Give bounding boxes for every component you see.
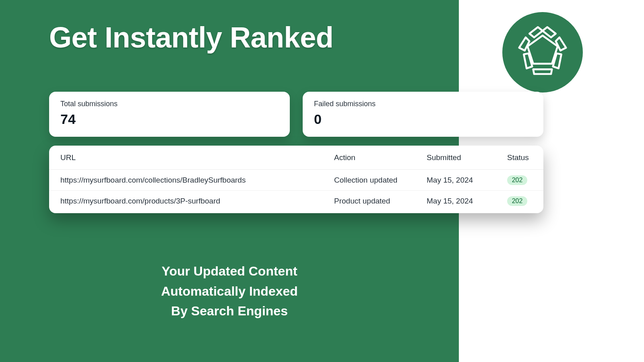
metric-card-failed: Failed submissions 0 (303, 92, 543, 137)
metrics-row: Total submissions 74 Failed submissions … (49, 92, 543, 137)
submissions-table: URL Action Submitted Status https://mysu… (49, 146, 543, 213)
metric-value: 0 (314, 111, 532, 127)
status-badge: 202 (507, 196, 527, 206)
metric-card-total: Total submissions 74 (49, 92, 290, 137)
cell-action: Collection updated (334, 176, 427, 185)
svg-marker-7 (533, 69, 552, 74)
metric-label: Failed submissions (314, 100, 532, 108)
cell-url: https://mysurfboard.com/collections/Brad… (60, 176, 334, 185)
page-title: Get Instantly Ranked (49, 21, 333, 54)
table-row: https://mysurfboard.com/products/3P-surf… (49, 191, 543, 212)
svg-marker-0 (528, 35, 558, 64)
cell-submitted: May 15, 2024 (427, 176, 507, 185)
status-badge: 202 (507, 175, 527, 185)
tagline: Your Updated Content Automatically Index… (0, 261, 459, 321)
tagline-line: By Search Engines (0, 301, 459, 321)
metric-value: 74 (60, 111, 279, 127)
cell-url: https://mysurfboard.com/products/3P-surf… (60, 197, 334, 206)
pentagon-icon (514, 23, 571, 81)
metric-label: Total submissions (60, 100, 279, 108)
tagline-line: Automatically Indexed (0, 282, 459, 302)
brand-logo (502, 12, 583, 93)
col-url: URL (60, 153, 334, 162)
cell-action: Product updated (334, 197, 427, 206)
cell-status: 202 (507, 175, 543, 185)
table-header-row: URL Action Submitted Status (49, 146, 543, 170)
col-status: Status (507, 153, 543, 162)
table-row: https://mysurfboard.com/collections/Brad… (49, 170, 543, 191)
cell-submitted: May 15, 2024 (427, 197, 507, 206)
col-submitted: Submitted (427, 153, 507, 162)
col-action: Action (334, 153, 427, 162)
tagline-line: Your Updated Content (0, 261, 459, 282)
cell-status: 202 (507, 196, 543, 206)
